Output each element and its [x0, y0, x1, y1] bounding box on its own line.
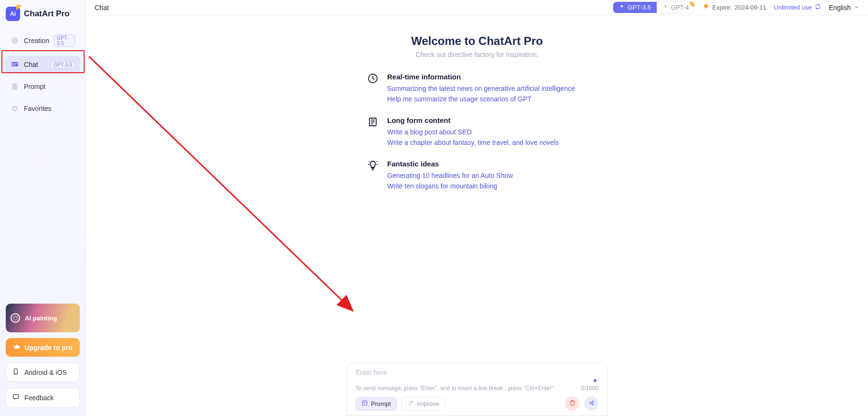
expire-date: 2024-09-11: [735, 4, 767, 11]
app-name: ChatArt Pro: [24, 9, 69, 19]
model-badge: GPT-3.5: [54, 34, 75, 47]
magic-icon: [407, 400, 414, 408]
sidebar: Ai ChatArt Pro Creation GPT-3.5 Chat GPT…: [0, 0, 86, 416]
section-body: Long form content Write a blog post abou…: [387, 116, 587, 149]
paint-icon: [11, 313, 20, 323]
svg-rect-18: [362, 401, 367, 405]
sidebar-item-label: Chat: [24, 61, 38, 68]
suggestion-link[interactable]: Write ten slogans for mountain biking: [387, 182, 587, 190]
svg-rect-4: [11, 62, 18, 66]
svg-rect-5: [12, 83, 18, 90]
svg-point-9: [16, 317, 16, 318]
palette-icon: [11, 36, 19, 45]
document-icon: [11, 82, 19, 91]
feedback-button[interactable]: Feedback: [6, 388, 80, 407]
expire-info: Expire: 2024-09-11: [703, 3, 766, 11]
sparkle-icon: [662, 4, 668, 11]
sidebar-item-creation[interactable]: Creation GPT-3.5: [5, 30, 81, 52]
app-logo-icon: Ai: [6, 7, 20, 21]
chevron-down-icon: [854, 4, 859, 11]
section-title: Fantastic ideas: [387, 160, 587, 168]
svg-point-0: [11, 37, 18, 44]
diamond-icon: [703, 3, 709, 11]
prompt-chip[interactable]: Prompt: [356, 397, 397, 411]
input-hint: To send message, press "Enter", and to i…: [356, 385, 553, 392]
input-actions: Prompt Improve: [356, 396, 598, 411]
header-right: GPT-3.5 GPT-4 Expire: 2024-09-11 Unlim: [613, 1, 859, 13]
model-button-gpt35[interactable]: GPT-3.5: [613, 2, 656, 13]
heart-icon: [11, 104, 19, 113]
mobile-icon: [12, 368, 20, 377]
upgrade-label: Upgrade to pro: [24, 344, 72, 351]
model-switch: GPT-3.5 GPT-4: [613, 1, 695, 13]
section-body: Fantastic ideas Generating 10 headlines …: [387, 160, 587, 193]
crown-icon: [13, 343, 21, 352]
model-badge: GPT-3.5: [51, 61, 75, 68]
model-button-gpt4[interactable]: GPT-4: [657, 2, 695, 13]
section-ideas: Fantastic ideas Generating 10 headlines …: [367, 160, 587, 193]
typing-indicator-dot: [594, 379, 597, 382]
header: Chat GPT-3.5 GPT-4: [86, 0, 868, 15]
svg-point-8: [14, 317, 15, 318]
improve-chip[interactable]: Improve: [401, 397, 445, 411]
suggestion-link[interactable]: Write a chapter about fantasy, time trav…: [387, 139, 587, 146]
sidebar-item-label: Creation: [24, 37, 49, 44]
chat-input[interactable]: [356, 369, 598, 381]
section-title: Real-time information: [387, 73, 587, 81]
sparkle-icon: [619, 4, 625, 11]
welcome-subtitle: Check out directive factory for inspirat…: [416, 51, 539, 58]
clock-icon: [367, 73, 379, 84]
sidebar-item-chat[interactable]: Chat GPT-3.5: [5, 55, 81, 74]
language-selector[interactable]: English: [829, 4, 859, 11]
svg-point-3: [14, 41, 15, 42]
char-counter: 0/1000: [581, 385, 598, 392]
send-icon: [588, 399, 595, 408]
android-ios-button[interactable]: Android & iOS: [6, 362, 80, 382]
expire-prefix: Expire:: [712, 4, 731, 11]
feedback-label: Feedback: [24, 394, 54, 402]
sidebar-item-label: Prompt: [24, 83, 45, 90]
document-lines-icon: [367, 116, 379, 128]
suggestion-link[interactable]: Write a blog post about SEO: [387, 128, 587, 136]
section-body: Real-time information Summarizing the la…: [387, 73, 587, 106]
svg-point-1: [13, 39, 14, 40]
welcome-content: Welcome to ChatArt Pro Check out directi…: [86, 15, 868, 416]
header-title: Chat: [95, 4, 109, 11]
chat-icon: [11, 60, 19, 69]
sidebar-item-label: Favorites: [24, 105, 52, 112]
section-title: Long form content: [387, 116, 587, 124]
unlimited-use-link[interactable]: Unlimited use: [774, 3, 821, 11]
send-button[interactable]: [584, 396, 598, 411]
suggestion-link[interactable]: Help me summarize the usage scenarios of…: [387, 95, 587, 103]
section-realtime: Real-time information Summarizing the la…: [367, 73, 587, 106]
prompt-icon: [361, 400, 368, 408]
trash-icon: [569, 399, 576, 408]
svg-rect-12: [13, 394, 19, 398]
suggestion-link[interactable]: Generating 10 headlines for an Auto Show: [387, 172, 587, 179]
sidebar-bottom: AI painting Upgrade to pro Android & iOS…: [0, 304, 86, 411]
feedback-icon: [12, 393, 20, 402]
sidebar-item-favorites[interactable]: Favorites: [5, 99, 81, 118]
main-area: Chat GPT-3.5 GPT-4: [86, 0, 868, 416]
section-longform: Long form content Write a blog post abou…: [367, 116, 587, 149]
sidebar-item-prompt[interactable]: Prompt: [5, 77, 81, 96]
ai-painting-card[interactable]: AI painting: [6, 304, 80, 332]
suggestion-sections: Real-time information Summarizing the la…: [367, 73, 587, 203]
refresh-icon: [814, 3, 821, 11]
suggestion-link[interactable]: Summarizing the latest news on generativ…: [387, 85, 587, 92]
svg-point-7: [13, 316, 18, 320]
lightbulb-icon: [367, 160, 379, 171]
android-ios-label: Android & iOS: [24, 369, 67, 376]
ai-painting-label: AI painting: [25, 315, 57, 322]
clear-button[interactable]: [565, 396, 579, 411]
sidebar-nav: Creation GPT-3.5 Chat GPT-3.5 Prompt Fav…: [0, 30, 86, 118]
welcome-title: Welcome to ChatArt Pro: [411, 34, 543, 48]
app-logo-row: Ai ChatArt Pro: [0, 5, 86, 30]
upgrade-button[interactable]: Upgrade to pro: [6, 338, 80, 357]
chat-input-panel: To send message, press "Enter", and to i…: [347, 362, 608, 416]
input-hint-row: To send message, press "Enter", and to i…: [356, 385, 598, 392]
svg-point-2: [15, 39, 16, 40]
